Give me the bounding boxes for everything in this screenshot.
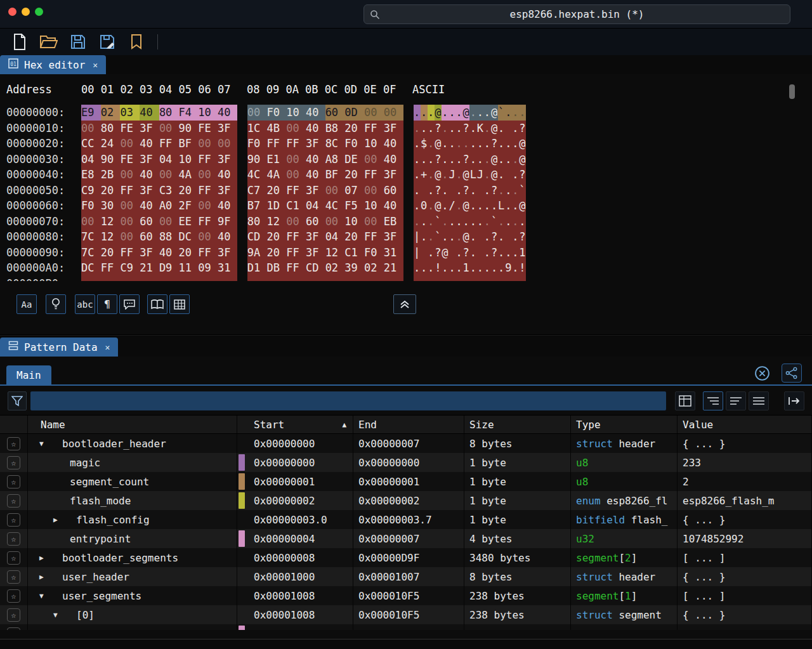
- ascii-decode-button[interactable]: abc: [75, 294, 95, 314]
- new-file-button[interactable]: [10, 32, 29, 51]
- ascii-char[interactable]: .: [498, 152, 505, 167]
- ascii-char[interactable]: .: [512, 136, 519, 152]
- hex-byte[interactable]: 04: [81, 152, 101, 167]
- hex-byte[interactable]: 9F: [218, 214, 237, 230]
- ascii-char[interactable]: .: [442, 198, 449, 214]
- ascii-char[interactable]: .: [414, 152, 421, 167]
- hex-byte[interactable]: 00: [120, 167, 140, 183]
- ascii-char[interactable]: [449, 183, 455, 199]
- ascii-char[interactable]: .: [442, 136, 449, 152]
- ascii-char[interactable]: ?: [519, 229, 526, 245]
- hex-byte[interactable]: 1C: [247, 121, 267, 136]
- hex-byte[interactable]: 02: [364, 260, 384, 276]
- hex-byte[interactable]: 4C: [325, 198, 345, 214]
- hex-byte[interactable]: E8: [81, 167, 101, 183]
- ascii-char[interactable]: ?: [462, 183, 469, 199]
- ascii-char[interactable]: .: [519, 105, 526, 121]
- ascii-char[interactable]: |: [414, 245, 421, 261]
- ascii-char[interactable]: .: [469, 229, 476, 245]
- tab-pattern-data[interactable]: Pattern Data ✕: [0, 338, 118, 357]
- ascii-char[interactable]: .: [421, 214, 428, 230]
- ascii-char[interactable]: .: [512, 121, 519, 136]
- ascii-char[interactable]: @: [435, 136, 442, 152]
- ascii-char[interactable]: ?: [435, 121, 442, 136]
- hex-byte[interactable]: 80: [247, 214, 267, 230]
- hex-byte[interactable]: 4A: [266, 167, 286, 183]
- ascii-char[interactable]: .: [498, 183, 505, 199]
- ascii-char[interactable]: .: [505, 245, 512, 261]
- hex-byte[interactable]: 20: [344, 121, 364, 136]
- table-row[interactable]: ☆flash_mode0x000000020x000000021 byteenu…: [0, 491, 812, 510]
- ascii-char[interactable]: ?: [435, 152, 442, 167]
- hex-byte[interactable]: 02: [325, 260, 345, 276]
- hex-byte[interactable]: 3F: [218, 183, 237, 199]
- ascii-char[interactable]: @: [519, 198, 526, 214]
- hex-byte[interactable]: [218, 276, 237, 282]
- ascii-char[interactable]: .: [476, 214, 483, 230]
- ascii-char[interactable]: .: [421, 105, 428, 121]
- ascii-char[interactable]: [483, 276, 490, 282]
- hex-byte[interactable]: E9: [81, 105, 101, 121]
- ascii-char[interactable]: .: [455, 214, 462, 230]
- hex-byte[interactable]: C9: [81, 183, 101, 199]
- hex-byte[interactable]: 10: [179, 152, 199, 167]
- ascii-char[interactable]: .: [476, 152, 483, 167]
- ascii-char[interactable]: @: [462, 229, 469, 245]
- ascii-char[interactable]: .: [455, 121, 462, 136]
- bookmark-star-icon[interactable]: ☆: [7, 532, 20, 546]
- ascii-char[interactable]: `: [491, 214, 498, 230]
- table-row[interactable]: ☆▶flash_config0x00000003.00x00000003.71 …: [0, 510, 812, 529]
- ascii-char[interactable]: .: [491, 198, 498, 214]
- ascii-char[interactable]: .: [455, 105, 462, 121]
- ascii-char[interactable]: .: [428, 167, 435, 183]
- annotations-button[interactable]: [119, 294, 140, 314]
- ascii-char[interactable]: .: [455, 229, 462, 245]
- ascii-char[interactable]: ?: [462, 152, 469, 167]
- ascii-char[interactable]: .: [428, 152, 435, 167]
- ascii-char[interactable]: .: [498, 245, 505, 261]
- ascii-char[interactable]: .: [442, 229, 449, 245]
- hex-byte[interactable]: 00: [364, 183, 384, 199]
- goto-pattern-button[interactable]: [784, 391, 804, 410]
- ascii-char[interactable]: [414, 276, 421, 282]
- hex-byte[interactable]: 07: [344, 183, 364, 199]
- window-title-search-field[interactable]: esp8266.hexpat.bin (*): [363, 4, 790, 24]
- bookmark-star-icon[interactable]: ☆: [7, 608, 20, 622]
- hex-byte[interactable]: CD: [306, 260, 325, 276]
- hex-byte[interactable]: D9: [159, 260, 179, 276]
- hex-byte[interactable]: 10: [364, 198, 384, 214]
- hex-byte[interactable]: 12: [101, 229, 121, 245]
- hex-byte[interactable]: 00: [159, 214, 179, 230]
- ascii-char[interactable]: .: [455, 152, 462, 167]
- hex-byte[interactable]: CC: [81, 136, 101, 152]
- ascii-char[interactable]: @: [462, 105, 469, 121]
- ascii-char[interactable]: |: [414, 229, 421, 245]
- ascii-char[interactable]: .: [483, 229, 490, 245]
- hex-byte[interactable]: 3F: [140, 152, 159, 167]
- expander-icon[interactable]: ▶: [53, 516, 62, 524]
- hex-byte[interactable]: A0: [159, 198, 179, 214]
- ascii-char[interactable]: .: [512, 198, 519, 214]
- hex-byte[interactable]: 04: [159, 152, 179, 167]
- save-as-button[interactable]: [98, 32, 117, 51]
- ascii-char[interactable]: .: [462, 214, 469, 230]
- ascii-char[interactable]: .: [414, 121, 421, 136]
- ascii-char[interactable]: @: [462, 198, 469, 214]
- hex-byte[interactable]: 00: [286, 152, 306, 167]
- hex-byte[interactable]: 60: [306, 214, 325, 230]
- filter-button[interactable]: [8, 391, 27, 410]
- ascii-char[interactable]: [476, 229, 483, 245]
- ascii-char[interactable]: .: [414, 198, 421, 214]
- ascii-char[interactable]: .: [498, 260, 505, 276]
- ascii-char[interactable]: .: [428, 105, 435, 121]
- hex-byte[interactable]: FF: [120, 183, 140, 199]
- ascii-char[interactable]: .: [428, 121, 435, 136]
- hex-byte[interactable]: 40: [218, 229, 237, 245]
- hex-byte[interactable]: F0: [364, 245, 384, 261]
- ascii-char[interactable]: .: [428, 136, 435, 152]
- hex-byte[interactable]: FF: [198, 245, 218, 261]
- expander-icon[interactable]: ▼: [39, 440, 48, 448]
- hex-byte[interactable]: [266, 276, 286, 282]
- ascii-char[interactable]: [519, 276, 526, 282]
- hex-byte[interactable]: [81, 276, 101, 282]
